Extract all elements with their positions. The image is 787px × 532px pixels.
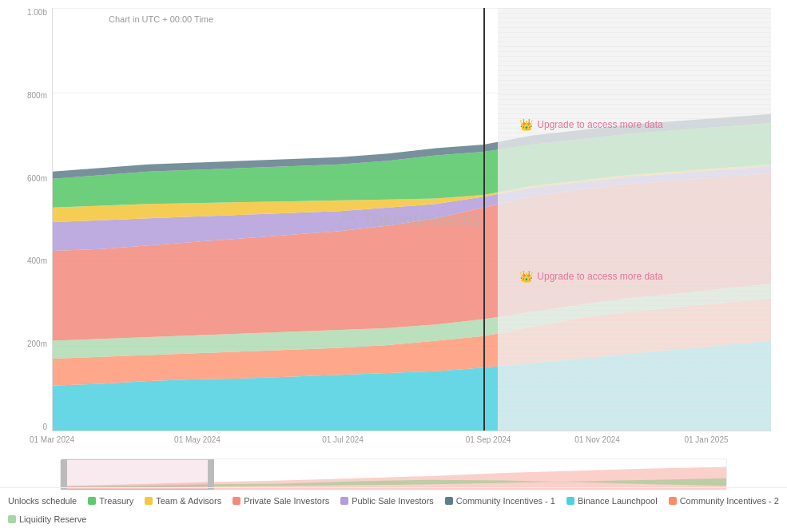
legend-dot-community2 <box>669 497 677 505</box>
legend-label-liquidity: Liquidity Reserve <box>19 514 86 524</box>
y-label-200m: 200m <box>27 339 47 348</box>
crown-icon-top: 👑 <box>519 118 533 131</box>
y-label-0: 0 <box>42 423 47 431</box>
chart-area: 1.00b 800m 600m 400m 200m 0 <box>8 8 779 455</box>
upgrade-text-bottom: Upgrade to access more data <box>537 271 662 282</box>
legend-label-community1: Community Incentives - 1 <box>456 496 555 506</box>
legend-item-liquidity: Liquidity Reserve <box>8 514 86 524</box>
legend-dot-public <box>340 497 348 505</box>
upgrade-box-bottom[interactable]: 👑 Upgrade to access more data <box>519 270 662 283</box>
legend-item-team: Team & Advisors <box>145 496 221 506</box>
y-label-1b: 1.00b <box>27 8 47 17</box>
legend-item-treasury: Treasury <box>88 496 133 506</box>
legend-item-binance: Binance Launchpool <box>566 496 658 506</box>
legend-dot-community1 <box>445 497 453 505</box>
navigator-handle-right[interactable] <box>208 459 214 490</box>
today-line: Today <box>483 8 485 431</box>
legend-label-binance: Binance Launchpool <box>578 496 658 506</box>
blur-overlay <box>498 8 771 431</box>
chart-plot-area: Today 👑 Upgrade to access more data 👑 Up… <box>52 8 771 431</box>
legend-item-community2: Community Incentives - 2 <box>669 496 779 506</box>
legend: Unlocks schedule Treasury Team & Advisor… <box>0 487 787 532</box>
x-label-jul: 01 Jul 2024 <box>322 435 364 444</box>
x-label-nov: 01 Nov 2024 <box>574 435 620 444</box>
legend-label-treasury: Treasury <box>99 496 133 506</box>
upgrade-box-top[interactable]: 👑 Upgrade to access more data <box>519 118 662 131</box>
legend-dot-team <box>145 497 153 505</box>
y-label-600m: 600m <box>27 174 47 183</box>
navigator-handle-left[interactable] <box>61 459 67 490</box>
legend-dot-treasury <box>88 497 96 505</box>
chart-container: 1.00b 800m 600m 400m 200m 0 <box>0 0 787 532</box>
legend-item-community1: Community Incentives - 1 <box>445 496 555 506</box>
legend-dot-binance <box>566 497 574 505</box>
x-label-jan: 01 Jan 2025 <box>684 435 728 444</box>
legend-dot-liquidity <box>8 515 16 523</box>
y-label-400m: 400m <box>27 256 47 265</box>
legend-title-text: Unlocks schedule <box>8 496 77 506</box>
legend-label-team: Team & Advisors <box>156 496 221 506</box>
legend-label-community2: Community Incentives - 2 <box>680 496 779 506</box>
x-axis: 01 Mar 2024 01 May 2024 01 Jul 2024 01 S… <box>52 431 779 455</box>
crown-icon-bottom: 👑 <box>519 270 533 283</box>
x-label-may: 01 May 2024 <box>174 435 221 444</box>
legend-item-public: Public Sale Investors <box>340 496 434 506</box>
y-label-800m: 800m <box>27 91 47 100</box>
legend-label-public: Public Sale Investors <box>352 496 434 506</box>
legend-dot-private <box>233 497 240 505</box>
legend-item-private: Private Sale Investors <box>233 496 329 506</box>
navigator-selection[interactable] <box>61 459 214 490</box>
x-label-mar: 01 Mar 2024 <box>30 435 74 444</box>
navigator[interactable] <box>60 459 727 490</box>
chart-title: Chart in UTC + 00:00 Time <box>109 14 213 24</box>
x-label-sep: 01 Sep 2024 <box>466 435 511 444</box>
upgrade-text-top: Upgrade to access more data <box>537 119 662 130</box>
y-axis: 1.00b 800m 600m 400m 200m 0 <box>8 8 52 431</box>
legend-title: Unlocks schedule <box>8 496 77 506</box>
legend-label-private: Private Sale Investors <box>244 496 329 506</box>
